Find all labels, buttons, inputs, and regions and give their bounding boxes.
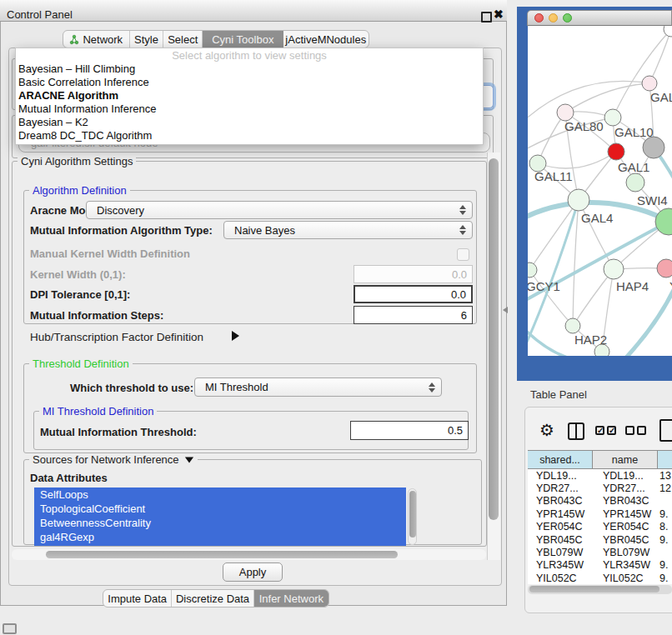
expand-arrow-icon[interactable]	[232, 331, 239, 341]
table-horizontal-scrollbar-thumb[interactable]	[529, 586, 659, 592]
table-row[interactable]: YDR27...YDR27...12	[528, 482, 672, 494]
manual-kernel-checkbox[interactable]	[457, 248, 469, 261]
algorithm-option[interactable]: Bayesian – Hill Climbing	[16, 62, 483, 76]
table-row[interactable]: YLR345WYLR345W9.	[528, 559, 672, 572]
minimized-panel-icon[interactable]	[3, 623, 17, 634]
tab-style[interactable]: Style	[130, 31, 164, 48]
network-node[interactable]	[642, 76, 657, 91]
network-edge-highlighted[interactable]	[528, 328, 573, 356]
tab-network-label: Network	[83, 33, 123, 46]
network-canvas[interactable]: GALGAL80GAL10GAL1GAL11GAL4SWI4GCY1HAP4YH…	[528, 26, 672, 356]
network-node[interactable]	[608, 143, 624, 160]
network-node[interactable]	[604, 259, 624, 279]
algorithm-option[interactable]: Bayesian – K2	[16, 116, 483, 129]
data-attribute-item[interactable]: gal4RGexp	[34, 530, 406, 544]
network-node[interactable]	[528, 262, 537, 278]
network-edge[interactable]	[613, 29, 671, 118]
network-window-titlebar[interactable]	[527, 10, 672, 26]
data-attribute-item[interactable]: SelfLoops	[34, 488, 406, 502]
table-cell: YPR145W	[528, 508, 593, 520]
scrollbar-thumb[interactable]	[409, 491, 416, 538]
table-column-header[interactable]: shared...	[528, 450, 593, 469]
table-row[interactable]: YBR045CYBR045C9.	[528, 533, 672, 546]
network-edge[interactable]	[573, 269, 614, 326]
network-edge[interactable]	[565, 83, 649, 112]
unchecked-box-icon	[637, 426, 646, 435]
tab-network[interactable]: Network	[63, 31, 130, 48]
table-cell: YBR043C	[593, 495, 658, 507]
dpi-tolerance-field[interactable]: 0.0	[354, 285, 473, 303]
mi-steps-value: 6	[461, 309, 467, 322]
network-node-label: HAP2	[574, 332, 607, 347]
network-edge[interactable]	[528, 81, 649, 122]
network-node[interactable]	[565, 318, 580, 333]
mi-threshold-field[interactable]: 0.5	[350, 421, 469, 440]
mi-steps-field[interactable]: 6	[354, 306, 473, 324]
select-all-checkboxes-icon[interactable]: ✓✓	[595, 426, 616, 435]
aracne-mode-combobox[interactable]: Discovery	[86, 201, 473, 219]
close-traffic-light[interactable]	[534, 13, 544, 22]
algorithm-option[interactable]: ARACNE Algorithm	[16, 89, 483, 102]
settings-horizontal-scrollbar-thumb[interactable]	[46, 551, 398, 558]
float-window-icon[interactable]	[481, 12, 492, 22]
collapse-arrow-icon[interactable]	[184, 457, 193, 462]
algorithm-option[interactable]: Mutual Information Inference	[16, 102, 483, 116]
table-row[interactable]: YPR145WYPR145W9.	[528, 508, 672, 520]
aracne-mode-value: Discovery	[97, 204, 144, 217]
data-attributes-list[interactable]: SelfLoopsTopologicalCoefficientBetweenne…	[34, 488, 406, 546]
which-threshold-combobox[interactable]: MI Threshold	[194, 378, 442, 397]
network-node[interactable]	[643, 137, 664, 158]
sources-title-text: Sources for Network Inference	[33, 453, 179, 466]
document-icon[interactable]	[659, 419, 672, 442]
table-row[interactable]: YBR043CYBR043C	[528, 495, 672, 508]
tab-select[interactable]: Select	[163, 31, 203, 48]
network-node[interactable]	[604, 109, 621, 126]
sources-group-title: Sources for Network Inference	[29, 453, 198, 466]
apply-button[interactable]: Apply	[223, 562, 283, 582]
mi-threshold-group-title: MI Threshold Definition	[39, 405, 157, 418]
table-row[interactable]: YDL19...YDL19...13	[528, 469, 672, 482]
algorithm-option[interactable]: Basic Correlation Inference	[16, 76, 483, 89]
mi-type-combobox[interactable]: Naive Bayes	[223, 221, 473, 239]
network-node[interactable]	[568, 189, 589, 211]
table-row[interactable]: YER054CYER054C8.	[528, 521, 672, 533]
network-node-label: GAL1	[618, 160, 649, 174]
split-columns-icon[interactable]	[568, 422, 584, 440]
table-row[interactable]: YIL052CYIL052C9.	[528, 572, 672, 584]
data-attribute-item[interactable]: BetweennessCentrality	[34, 516, 406, 530]
settings-vertical-scrollbar-thumb[interactable]	[489, 158, 499, 520]
algorithm-option[interactable]: Dream8 DC_TDC Algorithm	[16, 129, 483, 142]
panel-splitter-handle[interactable]	[503, 307, 508, 313]
settings-gear-icon[interactable]: ⚙	[539, 420, 554, 440]
hub-section-label[interactable]: Hub/Transcription Factor Definition	[30, 331, 203, 343]
network-node[interactable]	[557, 104, 574, 121]
minimize-traffic-light[interactable]	[549, 13, 558, 22]
tab-infer-network[interactable]: Infer Network	[254, 590, 328, 607]
control-panel-titlebar[interactable]	[0, 0, 507, 22]
table-column-header[interactable]: A	[658, 450, 672, 469]
data-attribute-item[interactable]: TopologicalCoefficient	[34, 502, 406, 516]
network-node[interactable]	[657, 259, 672, 278]
table-cell: YBL079W	[593, 547, 658, 558]
deselect-all-checkboxes-icon[interactable]	[625, 426, 646, 435]
tab-infer-network-label: Infer Network	[259, 592, 323, 605]
close-icon[interactable]: ✖	[494, 8, 504, 21]
table-row[interactable]: YBL079WYBL079W	[528, 546, 672, 558]
network-node-label: SWI4	[637, 193, 668, 208]
network-node[interactable]	[664, 26, 672, 37]
attribute-list-scrollbar[interactable]	[408, 488, 417, 545]
network-edge[interactable]	[649, 29, 671, 83]
kernel-width-field[interactable]: 0.0	[354, 265, 473, 283]
tab-discretize-data[interactable]: Discretize Data	[172, 590, 253, 607]
tab-cyni-toolbox[interactable]: Cyni Toolbox	[203, 31, 283, 48]
network-node[interactable]	[626, 173, 644, 192]
algorithm-dropdown-popup: Select algorithm to view settings Bayesi…	[15, 48, 484, 145]
network-graph[interactable]: GALGAL80GAL10GAL1GAL11GAL4SWI4GCY1HAP4YH…	[528, 26, 672, 356]
tab-style-label: Style	[134, 33, 158, 46]
tab-cyni-toolbox-label: Cyni Toolbox	[212, 33, 273, 46]
zoom-traffic-light[interactable]	[563, 13, 572, 22]
table-column-header[interactable]: name	[593, 450, 658, 469]
tab-jactivemnodules[interactable]: jActiveMNodules	[283, 31, 369, 48]
tab-impute-data[interactable]: Impute Data	[103, 590, 172, 607]
table-cell: YDR27...	[593, 482, 658, 494]
